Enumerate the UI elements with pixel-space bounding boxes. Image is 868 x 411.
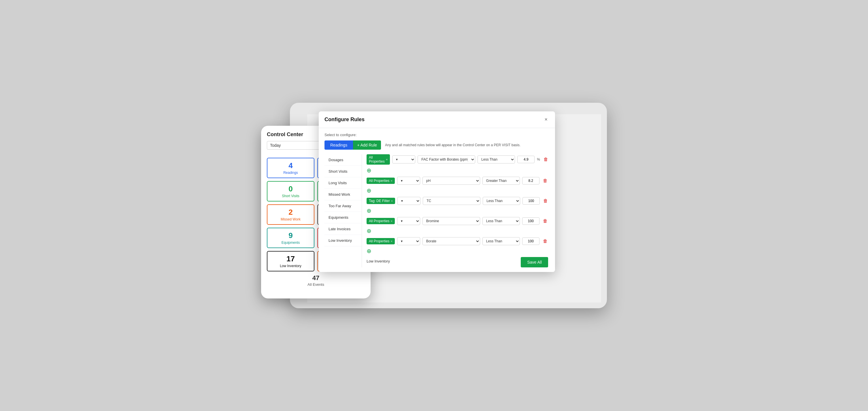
rule-missed-work-tag-label: Tag: DE Filter bbox=[369, 199, 390, 203]
tab-readings[interactable]: Readings bbox=[324, 140, 353, 150]
rule-missed-work-tag-dropdown[interactable]: ▾ bbox=[397, 197, 421, 205]
rule-too-far-away-delete-button[interactable]: 🗑 bbox=[542, 218, 549, 224]
rule-short-visits-condition-select[interactable]: Greater Than bbox=[483, 177, 520, 185]
sidebar-nav-missed-work[interactable]: Missed Work bbox=[324, 189, 362, 200]
missed-work-label: Missed Work bbox=[271, 217, 310, 221]
rules-area: All Properties × ▾ FAC Factor with Borat… bbox=[362, 154, 549, 267]
rule-too-far-away-tag: All Properties × bbox=[367, 218, 395, 224]
rule-equipments-row: All Properties × ▾ Borate Less Than bbox=[367, 237, 549, 245]
rule-dosages-row: All Properties × ▾ FAC Factor with Borat… bbox=[367, 154, 549, 165]
short-visits-card[interactable]: 0 Short Visits bbox=[267, 181, 314, 202]
rule-equipments-tag: All Properties × bbox=[367, 238, 395, 244]
rule-too-far-away-value-input[interactable] bbox=[522, 217, 539, 225]
rule-equipments-field-select[interactable]: Borate bbox=[423, 237, 480, 245]
rule-dosages: All Properties × ▾ FAC Factor with Borat… bbox=[367, 154, 549, 174]
rule-too-far-away-tag-label: All Properties bbox=[369, 219, 389, 223]
missed-work-card[interactable]: 2 Missed Work bbox=[267, 204, 314, 225]
all-events-number: 47 bbox=[267, 274, 365, 282]
rule-too-far-away-condition-select[interactable]: Less Than bbox=[483, 217, 520, 225]
sidebar-nav-long-visits[interactable]: Long Visits bbox=[324, 177, 362, 189]
rule-dosages-condition-select[interactable]: Less Than bbox=[477, 156, 515, 164]
equipments-label: Equipments bbox=[271, 241, 310, 245]
rule-too-far-away-tag-dropdown[interactable]: ▾ bbox=[397, 217, 420, 225]
rule-short-visits: All Properties × ▾ pH Greater Than bbox=[367, 177, 549, 195]
rule-missed-work-condition-select[interactable]: Less Than bbox=[483, 197, 520, 205]
rule-equipments: All Properties × ▾ Borate Less Than bbox=[367, 237, 549, 255]
rule-dosages-value-input[interactable] bbox=[517, 156, 534, 163]
all-events-section: 47 All Events bbox=[267, 274, 365, 287]
sidebar-nav-too-far-away[interactable]: Too Far Away bbox=[324, 200, 362, 212]
short-visits-label: Short Visits bbox=[271, 194, 310, 198]
rule-too-far-away-row: All Properties × ▾ Bromine Less Than bbox=[367, 217, 549, 225]
readings-card[interactable]: 4 Readings bbox=[267, 158, 314, 178]
low-inventory-number: 17 bbox=[271, 254, 310, 263]
modal-title: Configure Rules bbox=[324, 116, 365, 123]
missed-work-number: 2 bbox=[271, 208, 310, 217]
rule-short-visits-tag-label: All Properties bbox=[369, 179, 389, 183]
sidebar-nav: Dosages Short Visits Long Visits Missed … bbox=[324, 154, 362, 267]
configure-rules-modal: Configure Rules × Select to configure: R… bbox=[319, 111, 555, 272]
rule-equipments-tag-dropdown[interactable]: ▾ bbox=[397, 237, 420, 245]
readings-label: Readings bbox=[271, 171, 310, 175]
tab-info-text: Any and all matched rules below will app… bbox=[385, 143, 521, 147]
rule-missed-work-add-condition-button[interactable]: ⊕ bbox=[367, 207, 371, 215]
modal-content: Dosages Short Visits Long Visits Missed … bbox=[324, 154, 549, 267]
readings-number: 4 bbox=[271, 161, 310, 170]
short-visits-number: 0 bbox=[271, 184, 310, 194]
tab-bar: Readings + Add Rule Any and all matched … bbox=[324, 140, 549, 150]
modal-close-button[interactable]: × bbox=[542, 116, 549, 123]
rule-missed-work-field-select[interactable]: TC bbox=[423, 197, 480, 205]
rule-short-visits-value-input[interactable] bbox=[522, 177, 539, 184]
rule-missed-work-row: Tag: DE Filter × ▾ TC Less Than bbox=[367, 197, 549, 205]
sidebar-nav-low-inventory[interactable]: Low Inventory bbox=[324, 235, 362, 246]
rule-dosages-field-select[interactable]: FAC Factor with Borates (ppm) bbox=[417, 156, 475, 164]
sidebar-nav-equipments[interactable]: Equipments bbox=[324, 212, 362, 224]
rule-short-visits-field-select[interactable]: pH bbox=[423, 177, 480, 185]
sidebar-nav-late-invoices[interactable]: Late Invoices bbox=[324, 224, 362, 235]
rule-missed-work-tag: Tag: DE Filter × bbox=[367, 198, 395, 204]
modal-body: Select to configure: Readings + Add Rule… bbox=[319, 128, 555, 272]
rule-short-visits-add-condition-button[interactable]: ⊕ bbox=[367, 186, 371, 195]
rule-short-visits-tag: All Properties × bbox=[367, 178, 395, 184]
rule-too-far-away-field-select[interactable]: Bromine bbox=[423, 217, 480, 225]
rule-dosages-tag-dropdown[interactable]: ▾ bbox=[392, 156, 415, 164]
rule-equipments-delete-button[interactable]: 🗑 bbox=[542, 238, 549, 244]
rule-dosages-unit: % bbox=[537, 158, 540, 162]
rule-missed-work: Tag: DE Filter × ▾ TC Less Than bbox=[367, 197, 549, 215]
rule-dosages-tag-remove[interactable]: × bbox=[386, 158, 388, 161]
sidebar-nav-dosages[interactable]: Dosages bbox=[324, 154, 362, 166]
low-inventory-card[interactable]: 17 Low Inventory bbox=[267, 251, 314, 271]
rule-missed-work-delete-button[interactable]: 🗑 bbox=[542, 198, 549, 204]
rule-too-far-away-add-condition-button[interactable]: ⊕ bbox=[367, 227, 371, 235]
rule-dosages-delete-button[interactable]: 🗑 bbox=[542, 156, 549, 163]
save-all-button[interactable]: Save All bbox=[521, 257, 548, 267]
rule-short-visits-tag-dropdown[interactable]: ▾ bbox=[397, 177, 420, 185]
rule-missed-work-value-input[interactable] bbox=[523, 197, 540, 205]
rule-equipments-condition-select[interactable]: Less Than bbox=[483, 237, 520, 245]
rule-short-visits-row: All Properties × ▾ pH Greater Than bbox=[367, 177, 549, 185]
sidebar-nav-short-visits[interactable]: Short Visits bbox=[324, 166, 362, 177]
equipments-card[interactable]: 9 Equipments bbox=[267, 228, 314, 248]
rule-equipments-tag-label: All Properties bbox=[369, 239, 389, 243]
equipments-number: 9 bbox=[271, 231, 310, 240]
rule-missed-work-tag-remove[interactable]: × bbox=[391, 199, 393, 203]
rule-equipments-value-input[interactable] bbox=[522, 237, 539, 245]
rule-too-far-away: All Properties × ▾ Bromine Less Than bbox=[367, 217, 549, 235]
rule-dosages-tag-label: All Properties bbox=[369, 156, 385, 164]
rule-equipments-tag-remove[interactable]: × bbox=[391, 239, 392, 243]
rule-dosages-tag: All Properties × bbox=[367, 154, 390, 165]
rule-dosages-add-condition-button[interactable]: ⊕ bbox=[367, 166, 371, 174]
modal-header: Configure Rules × bbox=[319, 111, 555, 128]
add-rule-button[interactable]: + Add Rule bbox=[353, 140, 381, 150]
rule-short-visits-tag-remove[interactable]: × bbox=[391, 179, 392, 182]
low-inventory-label: Low Inventory bbox=[271, 264, 310, 268]
rule-too-far-away-tag-remove[interactable]: × bbox=[391, 219, 392, 223]
all-events-label: All Events bbox=[308, 282, 324, 287]
rule-short-visits-delete-button[interactable]: 🗑 bbox=[542, 178, 549, 184]
rule-equipments-add-condition-button[interactable]: ⊕ bbox=[367, 247, 371, 255]
select-label: Select to configure: bbox=[324, 133, 549, 137]
